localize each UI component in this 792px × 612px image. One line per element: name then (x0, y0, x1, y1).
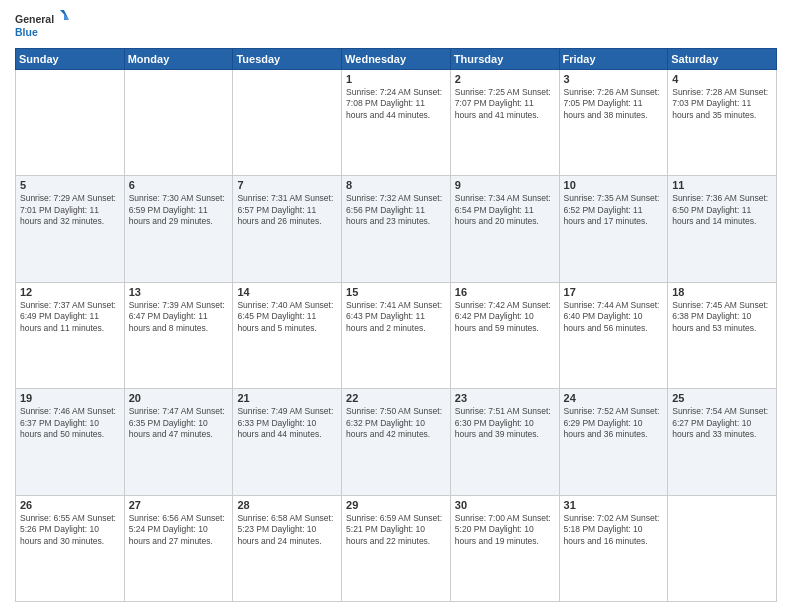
cell-info: Sunrise: 7:35 AM Sunset: 6:52 PM Dayligh… (564, 193, 664, 227)
day-number: 25 (672, 392, 772, 404)
calendar-cell (233, 70, 342, 176)
day-number: 29 (346, 499, 446, 511)
day-number: 17 (564, 286, 664, 298)
day-number: 13 (129, 286, 229, 298)
cell-info: Sunrise: 7:32 AM Sunset: 6:56 PM Dayligh… (346, 193, 446, 227)
calendar-cell: 9Sunrise: 7:34 AM Sunset: 6:54 PM Daylig… (450, 176, 559, 282)
day-number: 18 (672, 286, 772, 298)
cell-info: Sunrise: 6:58 AM Sunset: 5:23 PM Dayligh… (237, 513, 337, 547)
day-number: 31 (564, 499, 664, 511)
cell-info: Sunrise: 7:45 AM Sunset: 6:38 PM Dayligh… (672, 300, 772, 334)
calendar-cell (16, 70, 125, 176)
cell-info: Sunrise: 7:54 AM Sunset: 6:27 PM Dayligh… (672, 406, 772, 440)
cell-info: Sunrise: 7:00 AM Sunset: 5:20 PM Dayligh… (455, 513, 555, 547)
day-number: 6 (129, 179, 229, 191)
cell-info: Sunrise: 7:30 AM Sunset: 6:59 PM Dayligh… (129, 193, 229, 227)
weekday-header-saturday: Saturday (668, 49, 777, 70)
day-number: 20 (129, 392, 229, 404)
day-number: 1 (346, 73, 446, 85)
cell-info: Sunrise: 7:47 AM Sunset: 6:35 PM Dayligh… (129, 406, 229, 440)
day-number: 9 (455, 179, 555, 191)
cell-info: Sunrise: 6:59 AM Sunset: 5:21 PM Dayligh… (346, 513, 446, 547)
calendar-cell: 31Sunrise: 7:02 AM Sunset: 5:18 PM Dayli… (559, 495, 668, 601)
cell-info: Sunrise: 7:24 AM Sunset: 7:08 PM Dayligh… (346, 87, 446, 121)
day-number: 4 (672, 73, 772, 85)
cell-info: Sunrise: 7:29 AM Sunset: 7:01 PM Dayligh… (20, 193, 120, 227)
day-number: 16 (455, 286, 555, 298)
day-number: 19 (20, 392, 120, 404)
day-number: 5 (20, 179, 120, 191)
cell-info: Sunrise: 7:51 AM Sunset: 6:30 PM Dayligh… (455, 406, 555, 440)
svg-text:Blue: Blue (15, 26, 38, 38)
cell-info: Sunrise: 7:37 AM Sunset: 6:49 PM Dayligh… (20, 300, 120, 334)
calendar-cell: 17Sunrise: 7:44 AM Sunset: 6:40 PM Dayli… (559, 282, 668, 388)
cell-info: Sunrise: 7:31 AM Sunset: 6:57 PM Dayligh… (237, 193, 337, 227)
calendar-cell: 16Sunrise: 7:42 AM Sunset: 6:42 PM Dayli… (450, 282, 559, 388)
calendar-cell: 23Sunrise: 7:51 AM Sunset: 6:30 PM Dayli… (450, 389, 559, 495)
day-number: 24 (564, 392, 664, 404)
day-number: 22 (346, 392, 446, 404)
calendar-cell: 10Sunrise: 7:35 AM Sunset: 6:52 PM Dayli… (559, 176, 668, 282)
day-number: 26 (20, 499, 120, 511)
calendar-cell: 12Sunrise: 7:37 AM Sunset: 6:49 PM Dayli… (16, 282, 125, 388)
day-number: 28 (237, 499, 337, 511)
calendar-cell: 3Sunrise: 7:26 AM Sunset: 7:05 PM Daylig… (559, 70, 668, 176)
calendar-cell: 19Sunrise: 7:46 AM Sunset: 6:37 PM Dayli… (16, 389, 125, 495)
calendar-cell (124, 70, 233, 176)
calendar-cell: 4Sunrise: 7:28 AM Sunset: 7:03 PM Daylig… (668, 70, 777, 176)
weekday-header-sunday: Sunday (16, 49, 125, 70)
cell-info: Sunrise: 7:50 AM Sunset: 6:32 PM Dayligh… (346, 406, 446, 440)
calendar-cell: 22Sunrise: 7:50 AM Sunset: 6:32 PM Dayli… (342, 389, 451, 495)
cell-info: Sunrise: 7:49 AM Sunset: 6:33 PM Dayligh… (237, 406, 337, 440)
calendar-cell: 27Sunrise: 6:56 AM Sunset: 5:24 PM Dayli… (124, 495, 233, 601)
day-number: 7 (237, 179, 337, 191)
weekday-header-thursday: Thursday (450, 49, 559, 70)
cell-info: Sunrise: 7:02 AM Sunset: 5:18 PM Dayligh… (564, 513, 664, 547)
calendar-cell: 20Sunrise: 7:47 AM Sunset: 6:35 PM Dayli… (124, 389, 233, 495)
cell-info: Sunrise: 7:28 AM Sunset: 7:03 PM Dayligh… (672, 87, 772, 121)
day-number: 27 (129, 499, 229, 511)
cell-info: Sunrise: 7:26 AM Sunset: 7:05 PM Dayligh… (564, 87, 664, 121)
cell-info: Sunrise: 7:40 AM Sunset: 6:45 PM Dayligh… (237, 300, 337, 334)
calendar-cell (668, 495, 777, 601)
day-number: 21 (237, 392, 337, 404)
logo: General Blue (15, 10, 70, 42)
calendar-cell: 7Sunrise: 7:31 AM Sunset: 6:57 PM Daylig… (233, 176, 342, 282)
weekday-header-monday: Monday (124, 49, 233, 70)
calendar-cell: 28Sunrise: 6:58 AM Sunset: 5:23 PM Dayli… (233, 495, 342, 601)
calendar-cell: 29Sunrise: 6:59 AM Sunset: 5:21 PM Dayli… (342, 495, 451, 601)
day-number: 3 (564, 73, 664, 85)
day-number: 30 (455, 499, 555, 511)
logo-svg: General Blue (15, 10, 70, 42)
svg-text:General: General (15, 13, 54, 25)
day-number: 2 (455, 73, 555, 85)
day-number: 12 (20, 286, 120, 298)
cell-info: Sunrise: 6:56 AM Sunset: 5:24 PM Dayligh… (129, 513, 229, 547)
cell-info: Sunrise: 7:42 AM Sunset: 6:42 PM Dayligh… (455, 300, 555, 334)
calendar-cell: 13Sunrise: 7:39 AM Sunset: 6:47 PM Dayli… (124, 282, 233, 388)
cell-info: Sunrise: 7:44 AM Sunset: 6:40 PM Dayligh… (564, 300, 664, 334)
calendar-cell: 8Sunrise: 7:32 AM Sunset: 6:56 PM Daylig… (342, 176, 451, 282)
weekday-header-wednesday: Wednesday (342, 49, 451, 70)
calendar-cell: 24Sunrise: 7:52 AM Sunset: 6:29 PM Dayli… (559, 389, 668, 495)
cell-info: Sunrise: 7:34 AM Sunset: 6:54 PM Dayligh… (455, 193, 555, 227)
day-number: 15 (346, 286, 446, 298)
cell-info: Sunrise: 7:41 AM Sunset: 6:43 PM Dayligh… (346, 300, 446, 334)
calendar-cell: 21Sunrise: 7:49 AM Sunset: 6:33 PM Dayli… (233, 389, 342, 495)
cell-info: Sunrise: 7:25 AM Sunset: 7:07 PM Dayligh… (455, 87, 555, 121)
calendar-cell: 14Sunrise: 7:40 AM Sunset: 6:45 PM Dayli… (233, 282, 342, 388)
cell-info: Sunrise: 7:39 AM Sunset: 6:47 PM Dayligh… (129, 300, 229, 334)
calendar-cell: 5Sunrise: 7:29 AM Sunset: 7:01 PM Daylig… (16, 176, 125, 282)
calendar-cell: 15Sunrise: 7:41 AM Sunset: 6:43 PM Dayli… (342, 282, 451, 388)
calendar-cell: 1Sunrise: 7:24 AM Sunset: 7:08 PM Daylig… (342, 70, 451, 176)
calendar-table: SundayMondayTuesdayWednesdayThursdayFrid… (15, 48, 777, 602)
calendar-cell: 25Sunrise: 7:54 AM Sunset: 6:27 PM Dayli… (668, 389, 777, 495)
day-number: 11 (672, 179, 772, 191)
calendar-cell: 11Sunrise: 7:36 AM Sunset: 6:50 PM Dayli… (668, 176, 777, 282)
day-number: 23 (455, 392, 555, 404)
calendar-cell: 18Sunrise: 7:45 AM Sunset: 6:38 PM Dayli… (668, 282, 777, 388)
day-number: 10 (564, 179, 664, 191)
calendar-cell: 2Sunrise: 7:25 AM Sunset: 7:07 PM Daylig… (450, 70, 559, 176)
cell-info: Sunrise: 7:52 AM Sunset: 6:29 PM Dayligh… (564, 406, 664, 440)
calendar-cell: 26Sunrise: 6:55 AM Sunset: 5:26 PM Dayli… (16, 495, 125, 601)
